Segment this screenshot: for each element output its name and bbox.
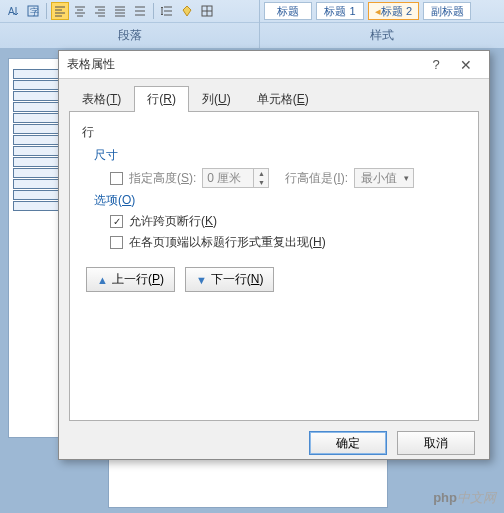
next-row-button[interactable]: ▼ 下一行(N) bbox=[185, 267, 275, 292]
align-center-icon[interactable] bbox=[71, 2, 89, 20]
styles-section-label: 样式 bbox=[260, 22, 504, 48]
borders-icon[interactable] bbox=[198, 2, 216, 20]
close-button[interactable]: ✕ bbox=[451, 55, 481, 75]
tab-table[interactable]: 表格(T) bbox=[69, 86, 134, 112]
allow-break-checkbox[interactable] bbox=[110, 215, 123, 228]
repeat-header-row: 在各页顶端以标题行形式重复出现(H) bbox=[110, 234, 466, 251]
prev-row-label: 上一行(P) bbox=[112, 271, 164, 288]
dialog-button-row: 确定 取消 bbox=[59, 431, 489, 465]
align-justify-icon[interactable] bbox=[111, 2, 129, 20]
row-height-is-label: 行高值是(I): bbox=[285, 170, 348, 187]
group-row-label: 行 bbox=[82, 124, 466, 141]
style-item-heading1[interactable]: 标题 1 bbox=[316, 2, 364, 20]
height-input[interactable] bbox=[203, 169, 253, 187]
line-spacing-icon[interactable] bbox=[158, 2, 176, 20]
tab-column[interactable]: 列(U) bbox=[189, 86, 244, 112]
options-label: 选项(O) bbox=[94, 192, 466, 209]
dialog-titlebar: 表格属性 ? ✕ bbox=[59, 51, 489, 79]
shading-icon[interactable] bbox=[178, 2, 196, 20]
text-direction-icon[interactable]: A bbox=[4, 2, 22, 20]
cancel-button[interactable]: 取消 bbox=[397, 431, 475, 455]
style-gallery: 标题 标题 1 ◂标题 2 副标题 bbox=[260, 0, 504, 22]
svg-text:字: 字 bbox=[30, 7, 39, 17]
align-left-icon[interactable] bbox=[51, 2, 69, 20]
height-row: 指定高度(S): ▲ ▼ 行高值是(I): 最小值 bbox=[110, 168, 466, 188]
tab-cell[interactable]: 单元格(E) bbox=[244, 86, 322, 112]
style-item-title[interactable]: 标题 bbox=[264, 2, 312, 20]
help-button[interactable]: ? bbox=[421, 55, 451, 75]
style-item-subtitle[interactable]: 副标题 bbox=[423, 2, 471, 20]
ribbon: A 字 段落 标题 标题 1 ◂标题 2 副标题 样式 bbox=[0, 0, 504, 48]
text-box-icon[interactable]: 字 bbox=[24, 2, 42, 20]
tab-row[interactable]: 行(R) bbox=[134, 86, 189, 112]
height-spinner[interactable]: ▲ ▼ bbox=[202, 168, 269, 188]
arrow-down-icon: ▼ bbox=[196, 274, 207, 286]
allow-break-row: 允许跨页断行(K) bbox=[110, 213, 466, 230]
align-right-icon[interactable] bbox=[91, 2, 109, 20]
tab-panel-row: 行 尺寸 指定高度(S): ▲ ▼ 行高值是(I): 最小值 选项(O) 允许跨… bbox=[69, 111, 479, 421]
spinner-down-icon[interactable]: ▼ bbox=[254, 178, 268, 187]
svg-text:A: A bbox=[8, 6, 15, 17]
paragraph-section-label: 段落 bbox=[0, 22, 259, 48]
repeat-header-checkbox[interactable] bbox=[110, 236, 123, 249]
arrow-up-icon: ▲ bbox=[97, 274, 108, 286]
ribbon-styles-group: 标题 标题 1 ◂标题 2 副标题 样式 bbox=[260, 0, 504, 48]
allow-break-label: 允许跨页断行(K) bbox=[129, 213, 217, 230]
paragraph-toolbar: A 字 bbox=[0, 0, 259, 22]
spinner-up-icon[interactable]: ▲ bbox=[254, 169, 268, 178]
specify-height-label: 指定高度(S): bbox=[129, 170, 196, 187]
size-label: 尺寸 bbox=[94, 147, 466, 164]
watermark: phpphp中文网中文网 bbox=[433, 489, 496, 507]
row-height-type-select[interactable]: 最小值 bbox=[354, 168, 414, 188]
table-properties-dialog: 表格属性 ? ✕ 表格(T) 行(R) 列(U) 单元格(E) 行 尺寸 指定高… bbox=[58, 50, 490, 460]
specify-height-checkbox[interactable] bbox=[110, 172, 123, 185]
row-nav-buttons: ▲ 上一行(P) ▼ 下一行(N) bbox=[86, 267, 466, 292]
repeat-header-label: 在各页顶端以标题行形式重复出现(H) bbox=[129, 234, 326, 251]
dialog-title: 表格属性 bbox=[67, 56, 421, 73]
distribute-icon[interactable] bbox=[131, 2, 149, 20]
style-item-heading2[interactable]: ◂标题 2 bbox=[368, 2, 419, 20]
prev-row-button[interactable]: ▲ 上一行(P) bbox=[86, 267, 175, 292]
ribbon-paragraph-group: A 字 段落 bbox=[0, 0, 260, 48]
style-label: 标题 2 bbox=[381, 5, 412, 17]
next-row-label: 下一行(N) bbox=[211, 271, 264, 288]
dialog-tabs: 表格(T) 行(R) 列(U) 单元格(E) bbox=[59, 79, 489, 111]
ok-button[interactable]: 确定 bbox=[309, 431, 387, 455]
